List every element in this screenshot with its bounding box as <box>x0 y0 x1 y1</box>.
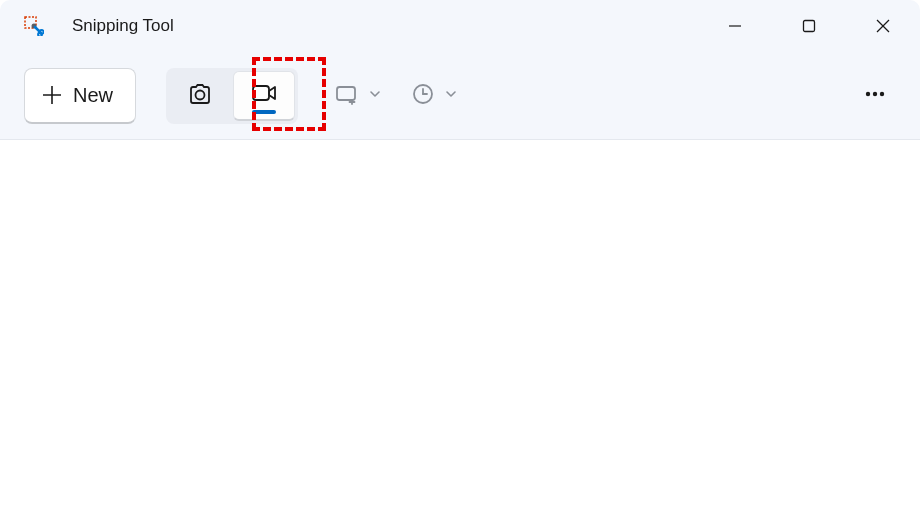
clock-icon <box>410 81 436 111</box>
dropdown-group <box>334 81 458 111</box>
svg-point-11 <box>196 90 205 99</box>
minimize-button[interactable] <box>698 0 772 52</box>
window-controls <box>698 0 920 52</box>
toolbar: New <box>0 52 920 140</box>
record-mode-button[interactable] <box>233 71 295 121</box>
app-title: Snipping Tool <box>72 16 698 36</box>
ellipsis-icon <box>862 81 888 111</box>
maximize-button[interactable] <box>772 0 846 52</box>
new-button-label: New <box>73 84 113 107</box>
rectangle-snip-icon <box>334 81 360 111</box>
content-area <box>0 140 920 531</box>
plus-icon <box>41 84 63 106</box>
delay-dropdown[interactable] <box>410 81 458 111</box>
svg-rect-13 <box>337 87 355 100</box>
new-button[interactable]: New <box>24 68 136 124</box>
svg-point-20 <box>873 91 877 95</box>
more-button[interactable] <box>854 73 896 119</box>
video-icon <box>249 78 279 112</box>
snip-mode-button[interactable] <box>169 71 231 121</box>
app-icon <box>24 16 44 36</box>
chevron-down-icon <box>368 87 382 105</box>
snip-shape-dropdown[interactable] <box>334 81 382 111</box>
svg-point-21 <box>880 91 884 95</box>
titlebar: Snipping Tool <box>0 0 920 52</box>
mode-group <box>166 68 298 124</box>
chevron-down-icon <box>444 87 458 105</box>
camera-icon <box>186 80 214 112</box>
svg-rect-6 <box>804 21 815 32</box>
svg-point-19 <box>866 91 870 95</box>
close-button[interactable] <box>846 0 920 52</box>
svg-rect-12 <box>253 86 269 100</box>
